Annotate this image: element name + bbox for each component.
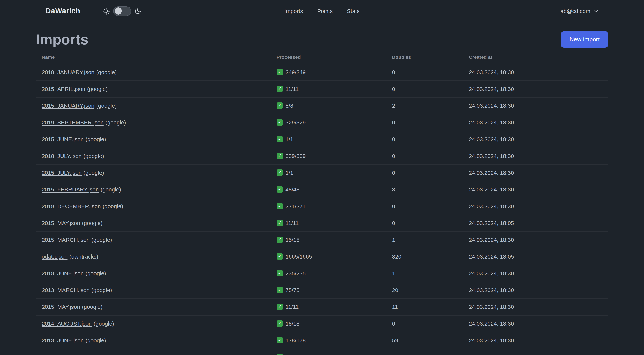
processed-cell: ✓15/15 — [270, 231, 386, 248]
imports-table: Name Processed Doubles Created at 2018_J… — [36, 52, 608, 355]
success-check-icon: ✓ — [276, 304, 283, 310]
success-check-icon: ✓ — [276, 270, 283, 277]
user-menu[interactable]: ab@cd.com — [560, 8, 599, 14]
column-header-created-at: Created at — [463, 52, 608, 64]
import-source-label: (google) — [82, 304, 102, 310]
import-file-link[interactable]: 2015_JULY.json — [42, 169, 82, 176]
import-row: 2015_JULY.json(google) ✓1/1 0 24.03.2024… — [36, 164, 608, 181]
import-file-link[interactable]: 2015_JUNE.json — [42, 136, 84, 142]
import-file-link[interactable]: odata.json — [42, 253, 68, 260]
created-at-cell — [463, 349, 608, 355]
import-row: 2013_JUNE.json(google) ✓178/178 59 24.03… — [36, 332, 608, 349]
success-check-icon: ✓ — [276, 254, 283, 260]
import-file-link[interactable]: 2014_AUGUST.json — [42, 320, 92, 327]
import-source-label: (google) — [100, 186, 121, 193]
processed-count: 235/235 — [286, 270, 306, 276]
import-file-link[interactable]: 2018_JANUARY.json — [42, 69, 94, 75]
import-file-link[interactable]: 2013_MARCH.json — [42, 287, 90, 293]
processed-cell: ✓11/11 — [270, 298, 386, 315]
processed-count: 11/11 — [286, 303, 299, 310]
doubles-cell: 820 — [386, 248, 463, 265]
created-at-cell: 24.03.2024, 18:30 — [463, 231, 608, 248]
import-file-link[interactable]: 2013_JUNE.json — [42, 337, 84, 344]
doubles-cell: 0 — [386, 147, 463, 164]
import-row: 2015_JUNE.json(google) ✓1/1 0 24.03.2024… — [36, 131, 608, 147]
app-logo[interactable]: DaWarIch — [46, 7, 80, 15]
import-file-link[interactable]: 2019_SEPTEMBER.json — [42, 119, 104, 125]
import-file-link[interactable]: 2015_APRIL.json — [42, 86, 85, 92]
new-import-button[interactable]: New import — [561, 31, 608, 47]
processed-count: 1/1 — [286, 169, 293, 176]
processed-count: 11/11 — [286, 85, 299, 92]
import-file-link[interactable]: 2015_MAY.json — [42, 220, 80, 226]
navbar-left: DaWarIch — [46, 6, 141, 16]
name-cell: 2018_JUNE.json(google) — [36, 265, 270, 282]
moon-icon — [134, 8, 141, 14]
import-file-link[interactable]: 2015_MARCH.json — [42, 237, 90, 243]
navbar: DaWarIch — [0, 0, 644, 22]
name-cell: 2014_AUGUST.json(google) — [36, 315, 270, 332]
created-at-cell: 24.03.2024, 18:30 — [463, 80, 608, 97]
import-row: 2015_MAY.json(google) ✓11/11 11 24.03.20… — [36, 298, 608, 315]
doubles-cell — [386, 349, 463, 355]
import-file-link[interactable]: 2015_FEBRUARY.json — [42, 186, 99, 193]
import-source-label: (google) — [96, 102, 117, 109]
name-cell: 2018_JULY.json(google) — [36, 147, 270, 164]
created-at-cell: 24.03.2024, 18:30 — [463, 198, 608, 215]
created-at-cell: 24.03.2024, 18:30 — [463, 114, 608, 131]
name-cell: 2013_MARCH.json(google) — [36, 282, 270, 298]
import-row: ✓ — [36, 349, 608, 355]
import-file-link[interactable]: 2019_DECEMBER.json — [42, 203, 101, 209]
import-file-link[interactable]: 2015_MAY.json — [42, 304, 80, 310]
processed-cell: ✓11/11 — [270, 215, 386, 231]
import-row: 2019_DECEMBER.json(google) ✓271/271 0 24… — [36, 198, 608, 215]
success-check-icon: ✓ — [276, 354, 283, 355]
doubles-cell: 0 — [386, 114, 463, 131]
import-row: odata.json(owntracks) ✓1665/1665 820 24.… — [36, 248, 608, 265]
import-source-label: (google) — [92, 237, 112, 243]
processed-cell: ✓1/1 — [270, 131, 386, 147]
column-header-name: Name — [36, 52, 270, 64]
doubles-cell: 0 — [386, 80, 463, 97]
name-cell: odata.json(owntracks) — [36, 248, 270, 265]
success-check-icon: ✓ — [276, 86, 283, 92]
theme-switch[interactable] — [113, 6, 131, 16]
import-row: 2013_MARCH.json(google) ✓75/75 20 24.03.… — [36, 282, 608, 298]
import-row: 2018_JULY.json(google) ✓339/339 0 24.03.… — [36, 147, 608, 164]
processed-cell: ✓329/329 — [270, 114, 386, 131]
processed-count: 178/178 — [286, 337, 306, 343]
import-file-link[interactable]: 2018_JUNE.json — [42, 270, 84, 276]
nav-points[interactable]: Points — [317, 8, 332, 14]
processed-cell: ✓18/18 — [270, 315, 386, 332]
success-check-icon: ✓ — [276, 220, 283, 226]
doubles-cell: 0 — [386, 131, 463, 147]
import-source-label: (google) — [92, 287, 112, 293]
name-cell: 2015_FEBRUARY.json(google) — [36, 181, 270, 198]
name-cell: 2013_JUNE.json(google) — [36, 332, 270, 349]
processed-count: 11/11 — [286, 220, 299, 226]
import-row: 2018_JUNE.json(google) ✓235/235 1 24.03.… — [36, 265, 608, 282]
nav-imports[interactable]: Imports — [284, 8, 303, 14]
nav-stats[interactable]: Stats — [347, 8, 360, 14]
processed-cell: ✓178/178 — [270, 332, 386, 349]
theme-switch-knob — [115, 7, 122, 14]
success-check-icon: ✓ — [276, 203, 283, 210]
processed-cell: ✓235/235 — [270, 265, 386, 282]
import-source-label: (google) — [103, 203, 123, 209]
processed-count: 329/329 — [286, 119, 306, 125]
processed-cell: ✓11/11 — [270, 80, 386, 97]
processed-count: 1665/1665 — [286, 253, 312, 260]
import-row: 2018_JANUARY.json(google) ✓249/249 0 24.… — [36, 64, 608, 80]
doubles-cell: 59 — [386, 332, 463, 349]
import-row: 2014_AUGUST.json(google) ✓18/18 0 24.03.… — [36, 315, 608, 332]
doubles-cell: 8 — [386, 181, 463, 198]
page-header: Imports New import — [36, 31, 608, 48]
doubles-cell: 0 — [386, 64, 463, 80]
import-file-link[interactable]: 2018_JULY.json — [42, 153, 82, 159]
success-check-icon: ✓ — [276, 136, 283, 142]
created-at-cell: 24.03.2024, 18:30 — [463, 332, 608, 349]
sun-icon — [102, 7, 110, 15]
import-file-link[interactable]: 2015_JANUARY.json — [42, 102, 94, 109]
processed-count: 15/15 — [286, 236, 300, 243]
doubles-cell: 20 — [386, 282, 463, 298]
